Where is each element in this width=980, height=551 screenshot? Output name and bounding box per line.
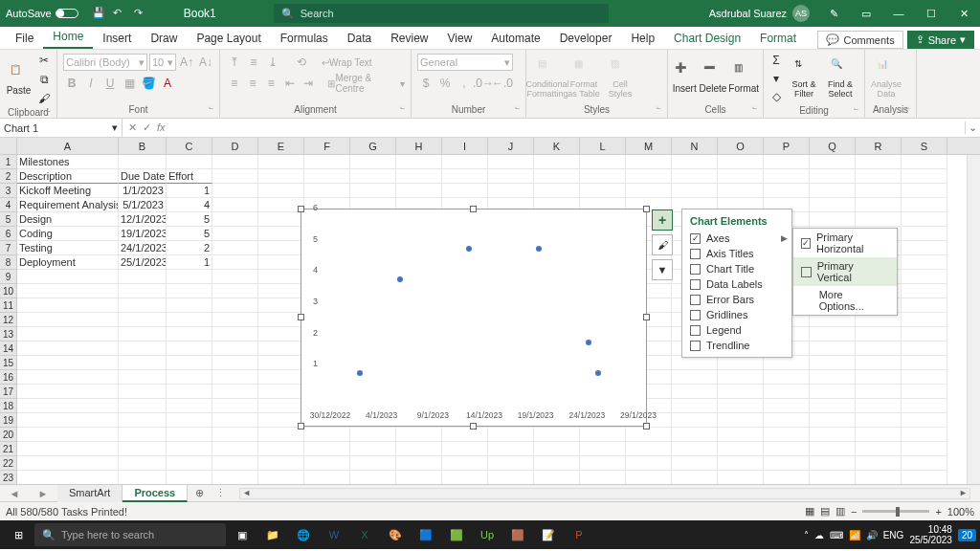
cell[interactable]	[672, 413, 718, 428]
autosum-icon[interactable]: Σ	[768, 52, 785, 69]
cell[interactable]	[258, 399, 304, 413]
cell[interactable]	[350, 155, 396, 169]
cell[interactable]	[212, 356, 258, 370]
chart-element-option[interactable]: Chart Title	[682, 261, 791, 276]
chart-object[interactable]: 12345630/12/20224/1/20239/1/202314/1/202…	[301, 209, 647, 427]
cell[interactable]	[119, 456, 167, 471]
cell[interactable]	[810, 370, 856, 385]
col-header[interactable]: H	[396, 138, 442, 154]
merge-button[interactable]: ⊞ Merge & Centre ▾	[327, 75, 405, 92]
user-account[interactable]: Asdrubal Suarez AS	[702, 5, 817, 22]
col-header[interactable]: D	[212, 138, 258, 154]
cell[interactable]	[304, 471, 350, 484]
app-icon[interactable]: 🟫	[503, 521, 532, 548]
cell[interactable]	[212, 456, 258, 471]
cell[interactable]	[167, 313, 212, 327]
comments-button[interactable]: 💬Comments	[817, 31, 902, 49]
cell[interactable]	[718, 155, 764, 169]
start-button[interactable]: ⊞	[4, 521, 33, 548]
resize-handle[interactable]	[298, 314, 304, 320]
cell[interactable]	[119, 342, 167, 356]
cell[interactable]	[167, 356, 212, 370]
indent-dec-icon[interactable]: ⇤	[281, 75, 298, 92]
cell[interactable]	[580, 155, 626, 169]
cell[interactable]	[718, 413, 764, 428]
cell[interactable]	[488, 155, 534, 169]
cell[interactable]	[119, 270, 167, 284]
fx-icon[interactable]: fx	[157, 121, 166, 134]
cell[interactable]	[626, 428, 672, 442]
cell[interactable]	[856, 155, 902, 169]
cell[interactable]	[856, 428, 902, 442]
cell[interactable]	[17, 298, 119, 313]
row-header[interactable]: 20	[0, 428, 17, 442]
row-header[interactable]: 17	[0, 385, 17, 399]
row-header[interactable]: 10	[0, 284, 17, 298]
cell[interactable]: 12/1/2023	[119, 212, 167, 227]
cell[interactable]	[17, 342, 119, 356]
cell[interactable]	[764, 169, 810, 184]
sort-filter-button[interactable]: ⇅Sort & Filter	[787, 58, 821, 99]
align-center-icon[interactable]: ≡	[244, 75, 260, 92]
resize-handle[interactable]	[298, 423, 304, 430]
cell[interactable]	[902, 198, 947, 212]
col-header[interactable]: F	[304, 138, 350, 154]
cell[interactable]	[167, 284, 212, 298]
cell[interactable]	[258, 169, 304, 184]
row-header[interactable]: 4	[0, 198, 17, 212]
align-bottom-icon[interactable]: ⤓	[264, 54, 281, 71]
row-header[interactable]: 13	[0, 327, 17, 342]
orientation-icon[interactable]: ⟲	[293, 54, 310, 71]
tab-view[interactable]: View	[438, 28, 482, 49]
cell[interactable]	[258, 327, 304, 342]
cell[interactable]	[902, 442, 947, 456]
cell[interactable]	[856, 442, 902, 456]
cell[interactable]	[167, 370, 212, 385]
notifications-icon[interactable]: 20	[958, 529, 976, 541]
cell[interactable]	[488, 169, 534, 184]
cell[interactable]: 1/1/2023	[119, 184, 167, 198]
cell[interactable]	[718, 428, 764, 442]
align-middle-icon[interactable]: ≡	[245, 54, 262, 71]
cell[interactable]	[212, 169, 258, 184]
cell[interactable]	[119, 356, 167, 370]
volume-icon[interactable]: 🔊	[866, 530, 878, 540]
chart-element-option[interactable]: Legend	[682, 322, 791, 338]
cell[interactable]	[810, 385, 856, 399]
cell[interactable]	[350, 471, 396, 484]
tab-chart-design[interactable]: Chart Design	[664, 28, 750, 49]
cell[interactable]	[856, 212, 902, 227]
cell[interactable]	[902, 471, 947, 484]
cell[interactable]	[119, 385, 167, 399]
tab-file[interactable]: File	[6, 28, 43, 49]
number-format-select[interactable]: General▾	[417, 54, 513, 71]
cell[interactable]	[258, 342, 304, 356]
cell[interactable]	[856, 356, 902, 370]
cell[interactable]	[258, 456, 304, 471]
resize-handle[interactable]	[298, 206, 304, 212]
cell[interactable]	[304, 184, 350, 198]
data-point[interactable]	[595, 370, 601, 376]
cell[interactable]	[17, 456, 119, 471]
format-as-table-button[interactable]: ▦Format as Table	[567, 58, 601, 99]
cell[interactable]	[764, 399, 810, 413]
row-header[interactable]: 15	[0, 356, 17, 370]
close-icon[interactable]: ✕	[947, 0, 980, 27]
minimize-ribbon-icon[interactable]: ▭	[850, 0, 882, 27]
col-header[interactable]: P	[764, 138, 810, 154]
analyse-data-button[interactable]: 📊Analyse Data	[869, 58, 903, 99]
cell[interactable]: Effort	[167, 169, 212, 184]
cell[interactable]	[902, 327, 947, 342]
data-point[interactable]	[357, 370, 363, 376]
cell[interactable]	[626, 184, 672, 198]
row-header[interactable]: 19	[0, 413, 17, 428]
cell[interactable]: Requirement Analysis	[17, 198, 119, 212]
powerpoint-icon[interactable]: P	[565, 521, 593, 548]
cell[interactable]	[350, 442, 396, 456]
cell[interactable]	[718, 471, 764, 484]
align-top-icon[interactable]: ⤒	[226, 54, 243, 71]
cell[interactable]	[119, 370, 167, 385]
cell[interactable]: 1	[167, 255, 212, 270]
wifi-icon[interactable]: 📶	[849, 530, 860, 540]
add-sheet-button[interactable]: ⊕	[188, 487, 212, 499]
